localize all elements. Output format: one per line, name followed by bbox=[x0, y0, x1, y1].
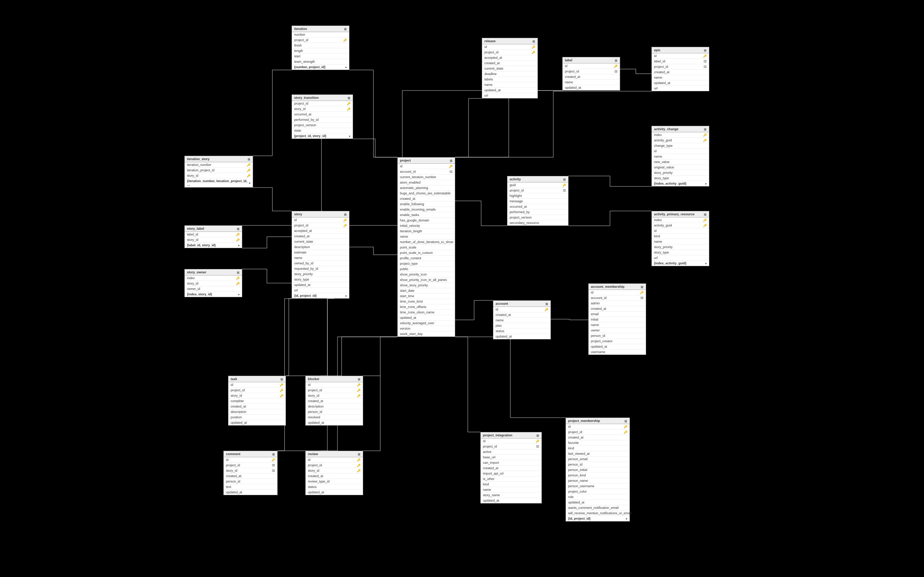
field-row[interactable]: (id, project_id)● bbox=[292, 293, 349, 298]
field-row[interactable]: created_at bbox=[292, 234, 349, 239]
field-row[interactable]: name bbox=[589, 322, 646, 328]
field-row[interactable]: person_id bbox=[566, 462, 630, 467]
field-row[interactable]: id🔑 bbox=[481, 438, 541, 444]
field-row[interactable]: name bbox=[481, 487, 541, 493]
field-row[interactable]: message bbox=[507, 199, 568, 204]
field-row[interactable]: id🔑 bbox=[398, 164, 455, 169]
entity-header[interactable]: story▦ bbox=[292, 211, 349, 218]
field-row[interactable]: resolved bbox=[306, 415, 363, 420]
field-row[interactable]: number bbox=[292, 32, 349, 37]
field-row[interactable]: finish bbox=[292, 43, 349, 48]
field-row[interactable]: updated_at bbox=[306, 490, 363, 495]
field-row[interactable]: story_name bbox=[481, 493, 541, 498]
field-row[interactable]: occurred_at bbox=[507, 204, 568, 210]
field-row[interactable]: (index, activity_guid)● bbox=[652, 181, 709, 186]
field-row[interactable]: id bbox=[652, 228, 709, 234]
field-row[interactable]: person_id bbox=[224, 479, 277, 484]
field-row[interactable]: last_viewed_at bbox=[566, 451, 630, 456]
entity-header[interactable]: iteration▦ bbox=[292, 26, 349, 32]
entity-story[interactable]: story▦id🔑project_id🔑accepted_atcreated_a… bbox=[292, 211, 349, 298]
field-row[interactable]: updated_at bbox=[481, 498, 541, 503]
field-row[interactable]: updated_at bbox=[398, 315, 455, 321]
field-row[interactable]: owner_id bbox=[185, 286, 242, 292]
field-row[interactable]: status bbox=[306, 484, 363, 490]
entity-header[interactable]: iteration_story▦ bbox=[185, 156, 253, 162]
field-row[interactable]: project_id⚿ bbox=[481, 444, 541, 449]
field-row[interactable]: complete bbox=[228, 398, 286, 404]
field-row[interactable]: deadline bbox=[482, 71, 538, 77]
field-row[interactable]: (id, project_id)● bbox=[566, 516, 630, 521]
field-row[interactable]: review_type_id bbox=[306, 479, 363, 484]
field-row[interactable]: created_at bbox=[493, 312, 551, 318]
field-row[interactable]: current_iteration_number bbox=[398, 174, 455, 180]
field-row[interactable]: enable_incoming_emails bbox=[398, 207, 455, 213]
entity-project_integration[interactable]: project_integration▦id🔑project_id⚿active… bbox=[480, 432, 542, 503]
entity-activity_primary_resource[interactable]: activity_primary_resource▦index🔑activity… bbox=[651, 211, 709, 266]
entity-header[interactable]: story_label▦ bbox=[185, 226, 242, 232]
field-row[interactable]: created_at bbox=[398, 196, 455, 201]
field-row[interactable]: story_id🔑 bbox=[292, 106, 353, 112]
field-row[interactable]: start_date bbox=[398, 288, 455, 293]
field-row[interactable]: id🔑 bbox=[292, 218, 349, 223]
entity-header[interactable]: story_owner▦ bbox=[185, 269, 242, 276]
field-row[interactable]: velocity_averaged_over bbox=[398, 321, 455, 326]
field-row[interactable]: has_google_domain bbox=[398, 218, 455, 223]
field-row[interactable]: index🔑 bbox=[652, 218, 709, 223]
field-row[interactable]: url bbox=[292, 288, 349, 293]
field-row[interactable]: index🔑 bbox=[652, 132, 709, 138]
field-row[interactable]: project_id🔑 bbox=[482, 50, 538, 55]
field-row[interactable]: week_start_day bbox=[398, 331, 455, 337]
field-row[interactable]: admin bbox=[589, 301, 646, 306]
field-row[interactable]: initial_velocity bbox=[398, 223, 455, 229]
field-row[interactable]: story_id🔑 bbox=[306, 393, 363, 398]
field-row[interactable]: description bbox=[292, 245, 349, 250]
field-row[interactable]: owned_by_id bbox=[292, 261, 349, 266]
field-row[interactable]: name bbox=[652, 239, 709, 245]
field-row[interactable]: labels bbox=[482, 77, 538, 82]
field-row[interactable]: person_initial bbox=[566, 467, 630, 473]
field-row[interactable]: story_type bbox=[292, 277, 349, 282]
field-row[interactable]: account_id⚿ bbox=[398, 169, 455, 174]
field-row[interactable]: id🔑 bbox=[306, 382, 363, 388]
field-row[interactable]: project_version bbox=[507, 215, 568, 220]
field-row[interactable]: time_zone_offsets bbox=[398, 305, 455, 310]
field-row[interactable]: performed_by bbox=[507, 210, 568, 215]
entity-header[interactable]: project▦ bbox=[398, 158, 455, 164]
field-row[interactable]: created_at bbox=[482, 61, 538, 66]
field-row[interactable]: highlight bbox=[507, 193, 568, 199]
field-row[interactable]: kind bbox=[566, 446, 630, 451]
field-row[interactable]: project_id🔑 bbox=[292, 37, 349, 43]
field-row[interactable]: updated_at bbox=[224, 490, 277, 495]
field-row[interactable]: created_at bbox=[566, 435, 630, 440]
entity-header[interactable]: activity_change▦ bbox=[652, 126, 709, 132]
entity-iteration[interactable]: iteration▦numberproject_id🔑finishlengths… bbox=[292, 26, 349, 70]
field-row[interactable]: username bbox=[589, 350, 646, 355]
field-row[interactable]: is_other bbox=[481, 476, 541, 482]
entity-project[interactable]: project▦id🔑account_id⚿current_iteration_… bbox=[397, 157, 455, 337]
field-row[interactable]: created_at bbox=[228, 404, 286, 409]
field-row[interactable]: length bbox=[292, 48, 349, 54]
field-row[interactable]: project_type bbox=[398, 261, 455, 266]
field-row[interactable]: id🔑 bbox=[224, 457, 277, 463]
field-row[interactable]: person_email bbox=[566, 456, 630, 462]
field-row[interactable]: will_receive_mention_notifications_or_em… bbox=[566, 511, 630, 516]
entity-header[interactable]: project_membership▦ bbox=[566, 418, 630, 424]
entity-header[interactable]: story_transition▦ bbox=[292, 95, 353, 101]
field-row[interactable]: import_api_url bbox=[481, 471, 541, 476]
field-row[interactable]: updated_at bbox=[292, 282, 349, 288]
entity-account_membership[interactable]: account_membership▦id🔑account_id⚿admincr… bbox=[588, 284, 646, 355]
entity-activity[interactable]: activity▦guid🔑project_id⚿highlightmessag… bbox=[507, 176, 569, 226]
field-row[interactable]: iteration_number🔑 bbox=[185, 162, 253, 168]
field-row[interactable]: project_id⚿ bbox=[563, 69, 620, 74]
field-row[interactable]: created_at bbox=[563, 74, 620, 80]
field-row[interactable]: name bbox=[652, 154, 709, 160]
field-row[interactable]: activity_guid🔑 bbox=[652, 223, 709, 228]
field-row[interactable]: person_username bbox=[566, 484, 630, 489]
field-row[interactable]: role bbox=[566, 495, 630, 500]
field-row[interactable]: project_id🔑 bbox=[292, 101, 353, 106]
field-row[interactable]: id🔑 bbox=[306, 457, 363, 463]
entity-header[interactable]: project_integration▦ bbox=[481, 432, 541, 438]
field-row[interactable]: id🔑 bbox=[482, 44, 538, 50]
field-row[interactable]: kind bbox=[481, 482, 541, 487]
entity-label[interactable]: label▦id🔑project_id⚿created_atnameupdate… bbox=[562, 57, 620, 90]
